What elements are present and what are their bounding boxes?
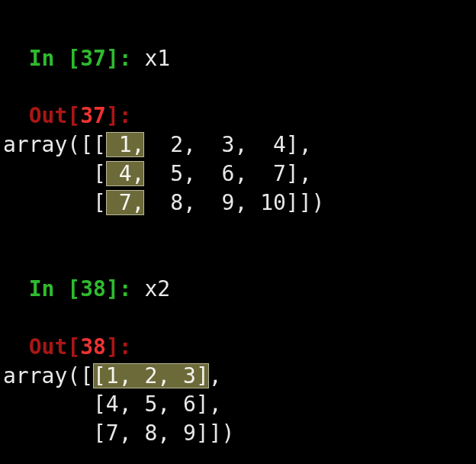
in-label: In [ <box>29 276 80 301</box>
array-text: 8, 9, 10]]) <box>144 190 324 215</box>
highlight-selection[interactable]: 1, <box>106 132 145 157</box>
array-text: [ <box>3 161 106 186</box>
array-text: , <box>209 363 222 388</box>
array-row: array([[1, 2, 3], <box>3 362 473 391</box>
in-suffix: ]: <box>106 46 145 71</box>
input-expression: x1 <box>144 46 170 71</box>
array-text: [7, 8, 9]]) <box>3 420 234 446</box>
array-row: [4, 5, 6], <box>3 390 473 419</box>
in-number: 38 <box>80 276 106 301</box>
array-text: array([ <box>3 363 93 388</box>
input-expression: x2 <box>144 276 170 301</box>
out-suffix: ]: <box>106 103 132 128</box>
array-text: [ <box>3 190 106 215</box>
array-row: [ 7, 8, 9, 10]]) <box>3 188 473 218</box>
array-row: array([[ 1, 2, 3, 4], <box>3 130 473 160</box>
in-suffix: ]: <box>106 276 145 301</box>
blank-line <box>3 218 473 246</box>
output-label-line: Out[37]: <box>3 73 473 131</box>
highlight-selection[interactable]: 4, <box>106 161 145 186</box>
input-line[interactable]: In [37]: x1 <box>3 15 473 73</box>
input-line[interactable]: In [38]: x2 <box>3 246 473 304</box>
array-text: 2, 3, 4], <box>144 132 311 157</box>
array-row: [7, 8, 9]]) <box>3 419 473 448</box>
out-label: Out[ <box>29 103 80 128</box>
out-number: 38 <box>80 334 106 359</box>
out-label: Out[ <box>29 334 80 359</box>
highlight-selection[interactable]: 7, <box>106 190 145 215</box>
highlight-selection[interactable]: [1, 2, 3] <box>93 363 209 388</box>
in-number: 37 <box>80 46 106 71</box>
out-number: 37 <box>80 103 106 128</box>
array-text: [4, 5, 6], <box>3 392 222 417</box>
array-row: [ 4, 5, 6, 7], <box>3 160 473 188</box>
array-text: 5, 6, 7], <box>144 161 311 186</box>
out-suffix: ]: <box>106 334 132 359</box>
in-label: In [ <box>29 46 80 71</box>
output-label-line: Out[38]: <box>3 304 473 362</box>
array-text: array([[ <box>3 132 106 157</box>
